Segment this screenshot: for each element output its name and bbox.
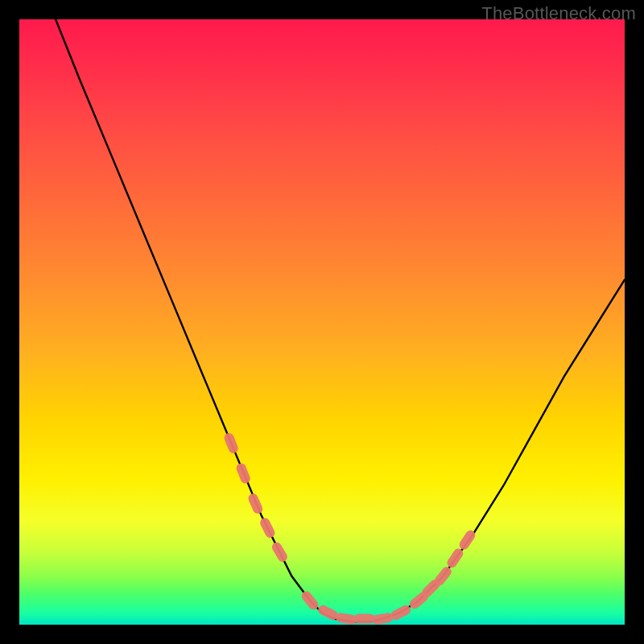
chart-frame: TheBottleneck.com <box>0 0 644 644</box>
curve-layer <box>19 19 625 625</box>
marker-pill <box>247 492 265 515</box>
plot-area <box>19 19 625 625</box>
marker-group <box>223 431 477 625</box>
marker-pill <box>258 516 276 539</box>
bottleneck-curve <box>56 19 625 621</box>
marker-pill <box>371 612 394 625</box>
watermark-text: TheBottleneck.com <box>481 3 636 24</box>
marker-pill <box>270 541 289 564</box>
marker-pill <box>223 431 240 455</box>
marker-pill <box>354 614 375 624</box>
marker-pill <box>235 462 252 485</box>
